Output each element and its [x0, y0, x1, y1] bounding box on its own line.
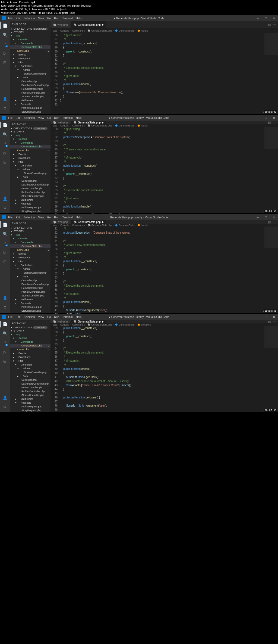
debug-icon[interactable]: ▷ — [2, 51, 8, 56]
tree-item[interactable]: ▾ app — [10, 332, 50, 336]
menu-go[interactable]: Go — [47, 216, 51, 219]
tree-item[interactable]: ▾ Commands — [10, 340, 50, 344]
tree-item[interactable]: ▾ Controllers — [10, 164, 50, 168]
code-content[interactable]: * @return void */ public function __cons… — [60, 33, 278, 114]
maximize-button[interactable]: ☐ — [262, 314, 270, 320]
tab-web[interactable]: 🐘web.php — [50, 320, 71, 323]
tree-item[interactable]: ▾ Controllers — [10, 363, 50, 367]
settings-icon[interactable]: ⚙ — [2, 106, 8, 111]
tree-item[interactable]: ▾ Commands — [10, 240, 50, 244]
tree-item[interactable]: GenerateStats.php 1, U — [10, 45, 50, 49]
more-icon[interactable]: ⋯ — [273, 320, 276, 323]
split-editor-icon[interactable]: ▥ — [268, 220, 271, 224]
menu-go[interactable]: Go — [47, 17, 51, 20]
tree-item[interactable]: ▸ Events — [10, 252, 50, 256]
menu-help[interactable]: Help — [76, 17, 82, 20]
tree-item[interactable]: ▾ Http — [10, 359, 50, 363]
menu-terminal[interactable]: Terminal — [62, 216, 73, 219]
more-icon[interactable]: ⋯ — [273, 220, 276, 224]
tree-item[interactable]: ▸ Auth — [10, 76, 50, 79]
tree-item[interactable]: HomeController.php — [10, 87, 50, 91]
menu-run[interactable]: Run — [54, 216, 59, 219]
tree-item[interactable]: ▾ app — [10, 34, 50, 38]
search-icon[interactable]: 🔍 — [2, 331, 8, 336]
menu-run[interactable]: Run — [54, 315, 59, 318]
tree-item[interactable]: ▾ Http — [10, 160, 50, 164]
tree-item[interactable]: ▸ Auth — [10, 175, 50, 179]
tree-item[interactable]: ▾ Controllers — [10, 263, 50, 267]
tree-item[interactable]: Kernel.php M — [10, 148, 50, 152]
menu-view[interactable]: View — [38, 17, 44, 20]
tree-item[interactable]: ▾ Admin — [10, 267, 50, 271]
menu-run[interactable]: Run — [54, 116, 59, 119]
tree-item[interactable]: ▾ Console — [10, 137, 50, 141]
source-control-icon[interactable]: ⑂9 — [2, 141, 8, 146]
menu-run[interactable]: Run — [54, 17, 59, 20]
tree-item[interactable]: GenerateStats.php U — [10, 244, 50, 248]
tree-item[interactable]: ▾ Requests — [10, 102, 50, 106]
tree-item[interactable]: ▾ app — [10, 133, 50, 137]
search-icon[interactable]: 🔍 — [2, 132, 8, 137]
tree-item[interactable]: StoriesController.php — [10, 171, 50, 175]
workspace-section[interactable]: ▾ STORIFY — [10, 130, 50, 133]
close-button[interactable]: ✕ — [270, 314, 278, 320]
menu-file[interactable]: File — [8, 216, 12, 219]
tree-item[interactable]: ProfileRequest.php — [10, 106, 50, 110]
maximize-button[interactable]: ☐ — [262, 214, 270, 220]
menu-edit[interactable]: Edit — [16, 216, 20, 219]
source-control-icon[interactable]: ⑂9 — [2, 41, 8, 47]
more-icon[interactable]: ⋯ — [46, 23, 49, 26]
menu-view[interactable]: View — [38, 315, 44, 318]
tree-item[interactable]: ▾ Admin — [10, 68, 50, 72]
tree-item[interactable]: ▾ Commands — [10, 141, 50, 145]
tree-item[interactable]: ▸ Exceptions — [10, 355, 50, 359]
more-icon[interactable]: ⋯ — [46, 222, 49, 225]
tree-item[interactable]: Kernel.php M — [10, 49, 50, 53]
tree-item[interactable]: Controller.php — [10, 378, 50, 382]
search-icon[interactable]: 🔍 — [2, 32, 8, 38]
more-icon[interactable]: ⋯ — [273, 23, 276, 27]
source-control-icon[interactable]: ⑂9 — [2, 340, 8, 345]
tree-item[interactable]: ▾ Requests — [10, 202, 50, 206]
explorer-icon[interactable]: 📄 — [2, 222, 8, 227]
account-icon[interactable]: 👤 — [2, 96, 8, 102]
tree-item[interactable]: ProfilesController.php — [10, 190, 50, 194]
tree-item[interactable]: StoryRequest.php — [10, 110, 50, 114]
tree-item[interactable]: ProfileRequest.php — [10, 206, 50, 209]
maximize-button[interactable]: ☐ — [262, 115, 270, 121]
minimap[interactable] — [264, 326, 278, 348]
menu-file[interactable]: File — [8, 315, 12, 318]
more-icon[interactable]: ⋯ — [46, 122, 49, 125]
menu-edit[interactable]: Edit — [16, 116, 20, 119]
tree-item[interactable]: StoriesController.php — [10, 72, 50, 76]
explorer-icon[interactable]: 📄 — [2, 122, 8, 128]
settings-icon[interactable]: ⚙ — [2, 404, 8, 410]
menu-terminal[interactable]: Terminal — [62, 116, 73, 119]
open-editors-section[interactable]: ▾ OPEN EDITORS 1 UNSAVED — [10, 326, 50, 329]
extensions-icon[interactable]: ⊞ — [2, 259, 8, 264]
tab-generate-stats[interactable]: 🐘GenerateStats.php — [71, 21, 106, 28]
tree-item[interactable]: GenerateStats.php 1, U — [10, 145, 50, 148]
tab-generate-stats[interactable]: 🐘GenerateStats.php — [71, 220, 106, 224]
tree-item[interactable]: ▾ Requests — [10, 301, 50, 305]
minimize-button[interactable]: ─ — [254, 314, 262, 320]
minimize-button[interactable]: ─ — [254, 115, 262, 121]
source-control-icon[interactable]: ⑂9 — [2, 240, 8, 246]
tree-item[interactable]: Controller.php — [10, 278, 50, 282]
breadcrumb[interactable]: app› Console› Commands› 🐘 GenerateStats.… — [50, 124, 278, 127]
tree-item[interactable]: HomeController.php — [10, 386, 50, 389]
tree-item[interactable]: StoryRequest.php — [10, 309, 50, 313]
tree-item[interactable]: ▾ Http — [10, 259, 50, 263]
tree-item[interactable]: ▾ app — [10, 233, 50, 237]
tree-item[interactable]: ▸ Middleware — [10, 397, 50, 401]
extensions-icon[interactable]: ⊞ — [2, 159, 8, 165]
menu-help[interactable]: Help — [76, 116, 82, 119]
tree-item[interactable]: Controller.php — [10, 179, 50, 183]
tree-item[interactable]: ▸ Events — [10, 53, 50, 57]
minimap[interactable] — [264, 227, 278, 248]
tree-item[interactable]: DashboardController.php — [10, 83, 50, 87]
menu-go[interactable]: Go — [47, 116, 51, 119]
search-icon[interactable]: 🔍 — [2, 231, 8, 237]
workspace-section[interactable]: ▾ STORIFY — [10, 230, 50, 233]
code-editor[interactable]: 262728293031323334353637383940414243 * @… — [50, 33, 278, 114]
